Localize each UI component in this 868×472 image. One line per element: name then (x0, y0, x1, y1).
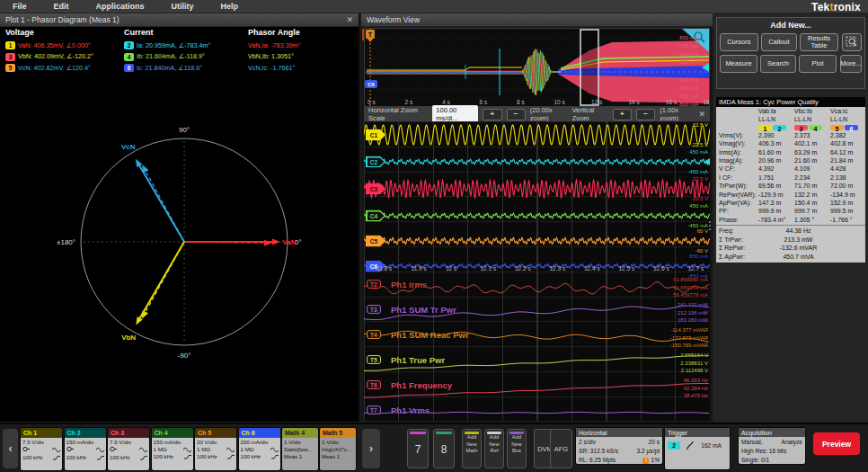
measurement-strip-t5[interactable]: T5Ph1 True Pwr2.565164 V2.338831 V2.1124… (364, 352, 710, 375)
current-reading: Ib: 21.604mA, ∠-118.9° (137, 52, 205, 60)
imda-meas-header[interactable]: IMDA Meas 1: Cyc Power Quality (716, 97, 865, 107)
math-badge-math4[interactable]: Math 41 V/divStatic[low...Meas 1 (282, 428, 318, 470)
table-row: TrPwr(W):69.56 m71.70 m72.00 m (716, 182, 865, 190)
ac-coupling-icon (183, 447, 191, 453)
measurement-strip-t7[interactable]: T7Ph1 Vrms (364, 402, 710, 421)
menu-file[interactable]: File (13, 2, 27, 11)
summary-row: Σ ApPwr:450.7 mVA (716, 253, 865, 261)
vzoom-minus-button[interactable]: − (636, 109, 655, 120)
hzoom-minus-button[interactable]: − (507, 109, 526, 120)
phasor-diagram[interactable]: 90°-90°0°±180°VaNVbNVcN (0, 98, 360, 434)
phasor-vector-label: VcN (121, 143, 136, 151)
channel-strip-c4[interactable]: C4450 mA-450 mA (364, 204, 710, 227)
cursors-button[interactable]: Cursors (720, 33, 758, 51)
channel-slot-8[interactable]: 8 (433, 429, 455, 468)
svg-text:-90°: -90° (178, 352, 191, 360)
math-badge-row: Intg(ch1*c... (322, 446, 354, 453)
acquisition-panel[interactable]: Acquisition Manual,Analyze High Res: 16 … (739, 428, 805, 464)
source-badge-pair: 12 (758, 124, 794, 131)
channel-badge-title: Ch 5 (195, 428, 236, 438)
preview-button[interactable]: Preview (813, 432, 860, 455)
overview-scale-label: 400 mA (679, 51, 698, 57)
channel-slot-7[interactable]: 7 (407, 429, 429, 468)
table-cell: 4.392 (758, 165, 794, 173)
zoom-selection-box[interactable] (580, 30, 598, 105)
table-col-header: Vca:Ic (830, 107, 865, 115)
channel-badge-ch2[interactable]: Ch 2150 mA/div100 kHz (65, 428, 106, 470)
measurement-label: Ph1 Irms (391, 280, 427, 289)
channel-strip-c1[interactable]: C122.5 V-22.5 V (364, 123, 710, 147)
hzoom-scale-value[interactable]: 100.00 ms/di... (432, 105, 478, 123)
add-new-math-button[interactable]: AddNewMath (462, 429, 482, 468)
table-row-label: Phase: (716, 216, 758, 224)
ac-coupling-icon (52, 447, 60, 453)
measurement-badge[interactable]: T2 (367, 280, 381, 289)
voltage-reading: VbN: 402.09mV, ∠-120.2° (18, 52, 93, 60)
measurement-badge[interactable]: T4 (367, 330, 381, 339)
horizontal-scale: 2 s/div (579, 438, 596, 446)
time-tick: 12.2 s (515, 265, 531, 272)
measure-button[interactable]: Measure (720, 55, 757, 73)
vzoom-plus-button[interactable]: + (613, 109, 632, 120)
channel-badge-ch5[interactable]: Ch 520 V/div1 MΩ100 kHz (195, 428, 236, 470)
search-button[interactable]: Search (760, 55, 796, 73)
channel-badge-icon: 5 (5, 64, 15, 72)
table-cell: 406.3 m (758, 139, 794, 147)
afg-button[interactable]: AFG (550, 429, 572, 468)
channel-badge-ch6[interactable]: Ch 6200 mA/div1 MΩ100 kHz (239, 428, 280, 470)
math-badge-math5[interactable]: Math 51 V/divIntg(ch1*c...Meas 1 (320, 428, 356, 470)
channel-strip-c5[interactable]: C560 V-60 V (364, 229, 710, 253)
menu-applications[interactable]: Applications (96, 2, 145, 11)
menu-edit[interactable]: Edit (54, 2, 69, 11)
overview-scale-label: 800 mA (679, 35, 698, 40)
add-new-ref-button[interactable]: AddNewRef (484, 429, 504, 468)
hzoom-scale-label: Horizontal Zoom Scale (368, 106, 428, 122)
measurement-value: 212.196 mW (678, 309, 708, 317)
measurement-strip-t2[interactable]: T2Ph1 Irms63.858940 mA61.659359 mA59.459… (364, 276, 710, 299)
menu-help[interactable]: Help (221, 2, 239, 11)
horizontal-panel[interactable]: Horizontal 2 s/div20 s SR: 312.5 kS/s3.2… (576, 428, 662, 464)
table-cell: -134.9 m (830, 191, 865, 199)
overview-time-tick: 14 s (629, 99, 641, 105)
probe-icon (66, 446, 74, 454)
close-icon[interactable]: ✕ (346, 15, 353, 24)
table-cell: 69.56 m (758, 182, 794, 190)
trigger-panel[interactable]: Trigger 2 162 mA (665, 428, 730, 469)
channel-strip-c3[interactable]: C322.5 V-22.5 V (364, 177, 710, 200)
results-table-button[interactable]: Results Table (800, 33, 838, 51)
hzoom-plus-button[interactable]: + (483, 109, 501, 120)
channel-badge-ch4[interactable]: Ch 4150 mA/div1 MΩ100 kHz (152, 428, 193, 470)
more-button[interactable]: More... (840, 55, 862, 73)
callout-button[interactable]: Callout (761, 33, 798, 51)
plot-button[interactable]: Plot (799, 55, 837, 73)
scroll-left-button[interactable]: ‹ (3, 429, 18, 468)
measurement-strip-t3[interactable]: T3Ph1 SUM Tr Pwr241.132 mW212.196 mW183.… (364, 301, 710, 325)
measurement-badge[interactable]: T5 (367, 355, 381, 364)
scroll-right-button[interactable]: › (362, 429, 380, 468)
measurement-strip-t4[interactable]: T4Ph1 SUM Reac Pwr-114.377 mVAR-132.573 … (364, 326, 710, 350)
channel-badge-ch1[interactable]: Ch 17.5 V/div100 kHz (21, 428, 62, 470)
waveform-overview[interactable]: TC60 s2 s4 s6 s8 s10 s12 s14 s16 s18 s80… (364, 28, 710, 107)
zoom-select-icon[interactable] (842, 33, 862, 51)
table-cell: 2.390 (758, 131, 794, 139)
table-row: I CF:1.7512.2342.138 (716, 174, 865, 182)
channel-badge-ch3[interactable]: Ch 37.6 V/div100 kHz (108, 428, 149, 470)
overview-scale-label: -200 mA (678, 77, 698, 83)
zoom-close-icon[interactable]: ✕ (698, 110, 705, 119)
table-row-label: Vrms(V): (716, 131, 758, 139)
measurement-strip-t6[interactable]: T6Ph1 Frequency46.093 Hz42.284 Hz38.475 … (364, 377, 710, 400)
math-badge-row: 1 V/div (284, 439, 316, 446)
panel-splitter-handle[interactable] (709, 221, 711, 230)
trigger-level-arrow[interactable] (704, 158, 710, 165)
time-tick: 12 s (446, 265, 456, 272)
measurement-badge[interactable]: T7 (367, 405, 381, 414)
channel-strip-c2[interactable]: C2450 mA-450 mA (364, 150, 710, 174)
measurement-badge[interactable]: T6 (367, 380, 381, 389)
table-cell: 63.29 m (794, 148, 830, 156)
add-new-bus-button[interactable]: AddNewBus (507, 429, 527, 468)
channel-badge-icon: 6 (124, 64, 134, 72)
waveform-graticule[interactable]: C122.5 V-22.5 VC2450 mA-450 mAC322.5 V-2… (364, 121, 710, 421)
summary-row: Σ RePwr:-132.6 mVAR (716, 244, 865, 252)
menu-utility[interactable]: Utility (172, 2, 194, 11)
measurement-badge[interactable]: T3 (367, 305, 381, 314)
